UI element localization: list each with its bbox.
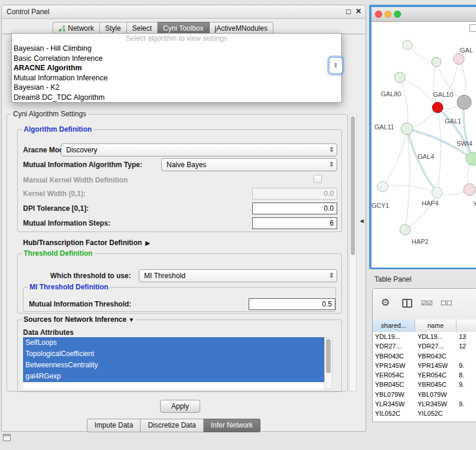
network-node[interactable] [403, 40, 412, 50]
table-row[interactable]: YBR045CYBR045C9. [373, 380, 476, 389]
deselect-all-checks-icon[interactable]: ☐☐ [441, 299, 452, 307]
table-row[interactable]: YLR345WYLR345W9. [373, 399, 476, 409]
column-header-shared[interactable]: shared... [373, 319, 415, 332]
network-edge[interactable] [405, 129, 410, 230]
network-edge[interactable] [400, 77, 438, 107]
network-view-window[interactable]: GALGAL80GAL10GAL11GAL1SWI4GAL4GCY1HAP4HA… [369, 5, 476, 269]
control-panel: Control Panel ◻ ✕ NetworkStyleSelectCyni… [1, 5, 366, 432]
scrollbar-thumb[interactable] [326, 339, 331, 373]
network-node[interactable] [377, 181, 388, 192]
network-node[interactable] [454, 54, 464, 64]
attribute-item[interactable]: TopologicalCoefficient [23, 348, 324, 360]
algorithm-combobox-button[interactable]: ⇕ [329, 57, 343, 74]
mi-threshold-field[interactable] [249, 298, 335, 310]
algorithm-option[interactable]: Bayesian - K2 [12, 83, 341, 93]
data-attributes-label: Data Attributes [23, 328, 74, 337]
bottom-tab-infer-network[interactable]: Infer Network [204, 419, 260, 432]
manual-kernel-checkbox[interactable] [314, 175, 322, 183]
network-edge[interactable] [438, 59, 459, 107]
close-icon[interactable]: ✕ [356, 7, 361, 15]
attribute-item[interactable]: SelfLoops [23, 337, 324, 348]
bottom-tab-discretize-data[interactable]: Discretize Data [141, 419, 203, 432]
network-edge[interactable] [433, 62, 438, 107]
dpi-tolerance-field[interactable] [252, 203, 337, 214]
kernel-width-field[interactable] [252, 188, 337, 200]
table-body: YDL19...YDL19...13YDR27...YDR27...12YBR0… [373, 332, 476, 422]
mi-type-select[interactable]: Naive Bayes ⇕ [161, 158, 337, 171]
network-edge[interactable] [383, 185, 437, 193]
table-cell-extra: 13 [459, 332, 476, 341]
table-row[interactable]: YBR043CYBR043C [373, 351, 476, 361]
mi-steps-field[interactable] [252, 217, 337, 229]
network-canvas[interactable]: GALGAL80GAL10GAL11GAL1SWI4GAL4GCY1HAP4HA… [371, 22, 476, 268]
network-node[interactable] [395, 72, 405, 83]
network-edge[interactable] [438, 107, 472, 159]
algorithm-dropdown-popup: Select algorithm to view settings Bayesi… [11, 33, 342, 103]
control-panel-titlebar[interactable]: Control Panel ◻ ✕ [2, 5, 366, 19]
network-edge[interactable] [400, 77, 407, 129]
tab-label: jActiveMNodules [215, 24, 268, 32]
network-node[interactable] [401, 123, 413, 135]
gear-icon[interactable]: ⚙ [381, 296, 390, 309]
mini-panel-icon[interactable] [3, 434, 11, 441]
algorithm-option[interactable]: Mutual Information Inference [12, 73, 341, 83]
collapse-down-icon: ▼ [128, 317, 134, 323]
splitter-collapse-icon[interactable]: ◀ [360, 218, 364, 224]
algorithm-option[interactable]: Bayesian - Hill Climbing [12, 44, 341, 54]
network-node[interactable] [466, 152, 476, 165]
sources-group-title[interactable]: Sources for Network Inference ▼ [22, 315, 136, 324]
attribute-list[interactable]: SelfLoopsTopologicalCoefficientBetweenne… [23, 337, 324, 389]
algorithm-option[interactable]: Dream8 DC_TDC Algorithm [12, 93, 341, 103]
network-edge[interactable] [383, 129, 407, 187]
select-all-checks-icon[interactable]: ☑☑ [421, 299, 433, 307]
tab-label: Network [68, 24, 94, 32]
network-window-titlebar[interactable] [371, 7, 476, 22]
algorithm-option[interactable]: Basic Correlation Inference [12, 54, 341, 64]
apply-button[interactable]: Apply [160, 400, 200, 413]
columns-icon[interactable] [402, 299, 412, 308]
network-edge[interactable] [437, 107, 441, 193]
table-row[interactable]: YER054CYER054C8. [373, 370, 476, 380]
hub-definition-expander[interactable]: Hub/Transcription Factor Definition ▶ [23, 239, 150, 247]
column-header-name[interactable]: name [415, 319, 457, 332]
network-edge[interactable] [407, 45, 436, 62]
aracne-mode-select[interactable]: Discovery ⇕ [61, 144, 337, 156]
network-node[interactable] [464, 184, 475, 195]
node-label: GAL11 [374, 123, 394, 131]
network-node[interactable] [432, 187, 442, 198]
algorithm-option[interactable]: ARACNE Algorithm [12, 63, 341, 73]
mi-threshold-label: Mutual Information Threshold: [29, 300, 131, 308]
attribute-list-scrollbar[interactable] [324, 337, 332, 389]
scrollbar-thumb[interactable] [351, 116, 355, 255]
column-header-extra[interactable] [457, 319, 476, 332]
settings-scrollbar[interactable] [349, 114, 357, 392]
network-edge[interactable] [405, 193, 437, 230]
network-node[interactable] [432, 57, 441, 67]
table-cell-shared: YPR145W [375, 361, 414, 370]
network-edge[interactable] [407, 129, 437, 193]
tab-label: Cyni Toolbox [163, 24, 203, 32]
network-node[interactable] [432, 102, 443, 113]
node-label: GAL [460, 47, 473, 54]
kernel-width-label: Kernel Width (0,1): [23, 190, 86, 198]
zoom-traffic-light[interactable] [394, 11, 401, 18]
algorithm-options: Bayesian - Hill ClimbingBasic Correlatio… [12, 44, 341, 102]
bottom-tab-impute-data[interactable]: Impute Data [87, 419, 141, 432]
attribute-item[interactable]: gal4RGexp [23, 371, 324, 382]
table-row[interactable]: YBL079WYBL079W [373, 390, 476, 399]
network-node[interactable] [400, 224, 410, 235]
network-node[interactable] [457, 95, 471, 109]
table-row[interactable]: YDR27...YDR27...12 [373, 341, 476, 351]
float-window-icon[interactable]: ◻ [345, 7, 351, 15]
table-row[interactable]: YDL19...YDL19...13 [373, 332, 476, 341]
table-row[interactable]: YPR145WYPR145W9. [373, 361, 476, 370]
table-cell-name: YDL19... [418, 332, 455, 341]
table-cell-shared: YER054C [375, 370, 414, 380]
table-row[interactable]: YIL052CYIL052C [373, 409, 476, 418]
algorithm-definition-title: Algorithm Definition [22, 125, 93, 133]
close-traffic-light[interactable] [375, 11, 382, 18]
chevron-updown-icon: ⇕ [329, 272, 334, 279]
attribute-item[interactable]: BetweennessCentrality [23, 360, 324, 371]
minimize-traffic-light[interactable] [384, 11, 392, 18]
which-threshold-select[interactable]: MI Threshold ⇕ [139, 269, 337, 282]
